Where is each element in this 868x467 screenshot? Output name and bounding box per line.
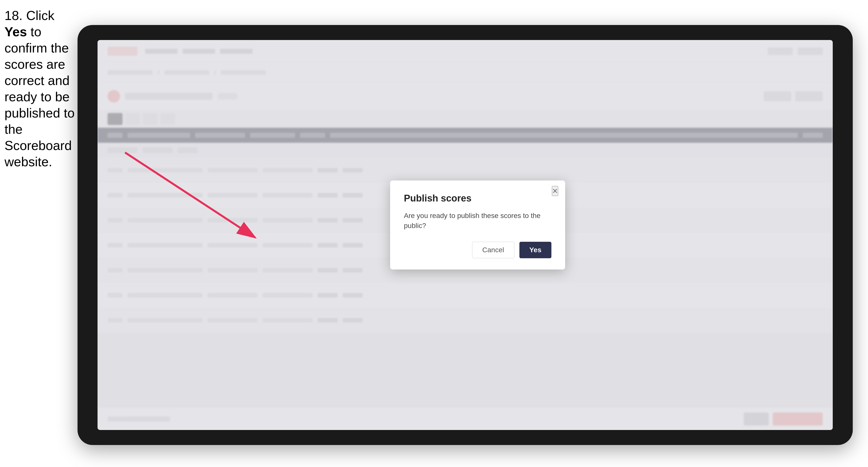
dialog-title: Publish scores	[404, 193, 551, 204]
instruction-text: 18. Click Yes to confirm the scores are …	[4, 7, 77, 170]
modal-overlay: × Publish scores Are you ready to publis…	[97, 40, 833, 430]
step-text-1: Click	[23, 8, 54, 23]
tablet-device: / /	[78, 25, 853, 445]
yes-button[interactable]: Yes	[519, 242, 551, 258]
step-text-2: to confirm the scores are correct and re…	[4, 25, 74, 169]
cancel-button[interactable]: Cancel	[472, 242, 515, 258]
bold-yes-word: Yes	[4, 25, 27, 39]
step-number: 18.	[4, 8, 23, 23]
dialog-actions: Cancel Yes	[404, 242, 551, 258]
dialog-body-text: Are you ready to publish these scores to…	[404, 211, 551, 230]
publish-scores-dialog: × Publish scores Are you ready to publis…	[390, 181, 565, 269]
tablet-screen: / /	[97, 40, 833, 430]
dialog-close-button[interactable]: ×	[552, 186, 558, 196]
